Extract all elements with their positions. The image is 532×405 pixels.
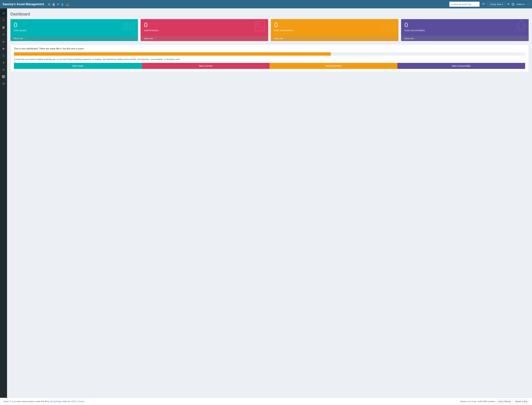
create-new-label: Create New: [490, 3, 501, 6]
share-icon[interactable]: ⋮: [527, 3, 529, 6]
sidebar-item-upload[interactable]: ⬆: [0, 59, 7, 66]
assets-more-info[interactable]: More Info →: [10, 36, 138, 41]
new-license-button[interactable]: New License: [142, 63, 270, 69]
accessories-count: 0: [274, 22, 395, 28]
sidebar-item-users[interactable]: 👤: [0, 52, 7, 59]
accessories-card-body: 0 total accessories: [271, 19, 398, 36]
svg-rect-13: [257, 22, 258, 24]
report-bug-button[interactable]: Report a Bug: [514, 400, 529, 403]
footer-right: Version v4.1.8-pre · build 3034 (master)…: [460, 400, 529, 403]
info-box-text: This is your dashboard. There are many l…: [14, 47, 525, 50]
search-button[interactable]: 🔍: [482, 3, 485, 6]
action-buttons: New Asset New License New Accessory New …: [14, 63, 525, 69]
water-drop-icon: [516, 20, 526, 35]
svg-rect-19: [388, 24, 390, 26]
snipeit-link[interactable]: Snipe-IT: [3, 400, 11, 403]
svg-rect-7: [131, 22, 131, 31]
svg-rect-27: [393, 26, 394, 27]
sidebar-item-reports[interactable]: 📊: [0, 73, 7, 80]
svg-rect-3: [126, 22, 126, 31]
sidebar-item-settings[interactable]: ⚙: [0, 66, 7, 73]
licenses-more-info[interactable]: More Info →: [141, 36, 268, 41]
floppy-icon[interactable]: 💾: [52, 3, 55, 6]
consumables-count: 0: [404, 22, 525, 28]
admin-label: Admin: [517, 3, 523, 6]
svg-rect-25: [389, 26, 390, 27]
topnav-icons: ⊞ 💾 ✉ 💧 📥: [48, 3, 69, 6]
sidebar-item-consumables[interactable]: ◈: [0, 38, 7, 45]
users-icon: 👤: [2, 54, 5, 57]
licenses-icon: 📋: [2, 26, 5, 29]
keyboard-icon: [381, 21, 396, 34]
users-manual-button[interactable]: User's Manual: [497, 400, 512, 403]
grid-icon[interactable]: ⊞: [48, 3, 50, 6]
page-footer: Snipe-IT is an open source project, made…: [0, 398, 532, 405]
footer-period: .: [85, 400, 86, 403]
accessories-label: total accessories: [274, 29, 395, 32]
svg-rect-8: [132, 22, 132, 31]
upload-icon: ⬆: [2, 61, 5, 64]
sidebar-item-components[interactable]: ◉: [0, 45, 7, 52]
licenses-card-body: 0 total licenses: [141, 19, 268, 36]
drop-icon[interactable]: 💧: [61, 3, 64, 6]
dashboard-info-box: This is your dashboard. There are many l…: [10, 44, 529, 72]
top-navigation: Sammy's Asset Management ⊞ 💾 ✉ 💧 📥 🔍 Cre…: [0, 0, 532, 8]
assets-card-body: 0 total assets: [10, 19, 138, 36]
barcode-icon: [122, 21, 135, 34]
licenses-arrow-icon: →: [154, 37, 156, 40]
assets-label: total assets: [14, 29, 135, 32]
svg-rect-14: [256, 27, 264, 30]
sidebar-item-accessories[interactable]: ⊡: [0, 31, 7, 38]
sidebar-item-assets[interactable]: ≡: [0, 17, 7, 24]
licenses-count: 0: [144, 22, 265, 28]
search-input[interactable]: [449, 2, 479, 7]
svg-rect-10: [134, 22, 135, 31]
svg-rect-21: [392, 24, 394, 26]
svg-rect-1: [123, 22, 124, 31]
admin-menu[interactable]: Admin ▾: [517, 3, 525, 6]
consumables-card-body: 0 total consumables: [401, 19, 529, 36]
consumables-label: total consumables: [404, 29, 525, 32]
licenses-label: total licenses: [144, 29, 265, 32]
svg-rect-28: [385, 28, 391, 30]
consumables-more-info-label: More Info: [404, 37, 414, 40]
svg-rect-24: [387, 26, 388, 27]
footer-middle-text: is an open source project, made with ❤ b…: [12, 400, 49, 403]
consumables-stat-card[interactable]: 0 total consumables More Info →: [401, 19, 529, 41]
accessories-icon: ⊡: [2, 33, 5, 36]
create-new-button[interactable]: Create New ▾: [488, 2, 505, 6]
flag-icon[interactable]: ⚑: [507, 3, 510, 6]
sidebar-item-dashboard[interactable]: ⊞: [0, 10, 7, 17]
svg-rect-23: [385, 26, 386, 27]
mail-icon[interactable]: ✉: [57, 3, 59, 6]
reports-icon: 📊: [2, 75, 5, 78]
power-icon[interactable]: ⏻: [512, 2, 515, 6]
sidebar-item-monitor[interactable]: 🖥: [0, 80, 7, 87]
new-accessory-button[interactable]: New Accessory: [269, 63, 397, 69]
licenses-stat-card[interactable]: 0 total licenses More Info →: [141, 19, 268, 41]
inbox-icon[interactable]: 📥: [66, 3, 69, 6]
assets-icon: ≡: [3, 19, 4, 22]
consumables-arrow-icon: →: [415, 37, 417, 40]
progress-bar-fill: [14, 52, 331, 56]
progress-bar: [14, 52, 525, 56]
svg-rect-4: [127, 22, 128, 31]
sidebar-item-licenses[interactable]: 📋: [0, 24, 7, 31]
accessories-more-info[interactable]: More Info →: [271, 36, 398, 41]
accessories-arrow-icon: →: [284, 37, 287, 40]
assets-more-info-label: More Info: [14, 37, 23, 40]
license-link[interactable]: AGPL3 license: [71, 400, 84, 403]
svg-rect-26: [391, 26, 392, 27]
svg-rect-6: [129, 22, 130, 31]
empty-message: It looks like you haven't added anything…: [14, 58, 525, 61]
footer-left: Snipe-IT is an open source project, made…: [3, 400, 86, 403]
page-title: Dashboard: [10, 12, 529, 16]
consumables-more-info[interactable]: More Info →: [401, 36, 529, 41]
new-consumable-button[interactable]: New Consumable: [397, 63, 525, 69]
stat-cards: 0 total assets: [10, 19, 529, 41]
assets-stat-card[interactable]: 0 total assets: [10, 19, 138, 41]
floppy-disk-icon: [254, 20, 265, 35]
accessories-stat-card[interactable]: 0 total accessories: [271, 19, 398, 41]
author-link[interactable]: @snipeitapp: [50, 400, 61, 403]
new-asset-button[interactable]: New Asset: [14, 63, 142, 69]
